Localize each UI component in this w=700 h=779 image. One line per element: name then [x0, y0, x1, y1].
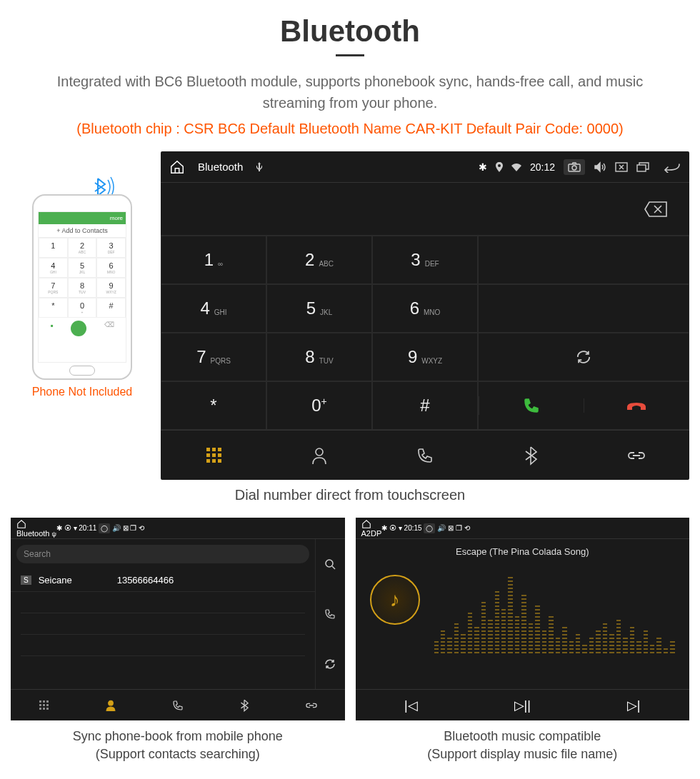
usb-icon — [256, 162, 263, 172]
hangup-icon — [626, 398, 647, 413]
wifi-icon: ▾ — [74, 524, 77, 532]
next-icon: ▷| — [627, 698, 641, 713]
dial-key-8[interactable]: 8TUV — [266, 333, 372, 381]
recent-apps-icon[interactable] — [636, 162, 649, 172]
dial-key-*[interactable]: * — [161, 381, 266, 430]
phone-key: # — [96, 298, 126, 318]
phone-video-icon: ▪ — [50, 321, 53, 336]
dial-key-2[interactable]: 2ABC — [266, 236, 372, 284]
volume-icon[interactable] — [594, 161, 606, 173]
bluetooth-icon — [524, 446, 537, 466]
phone-key: 6MNO — [96, 258, 126, 278]
call-side-button[interactable] — [316, 589, 345, 639]
phone-key: 3DEF — [96, 238, 126, 258]
home-icon[interactable] — [16, 519, 56, 529]
prev-track-button[interactable]: |◁ — [356, 690, 467, 720]
pairing-tab[interactable] — [584, 431, 689, 480]
empty-cell — [478, 284, 689, 333]
close-box-icon[interactable] — [615, 162, 628, 172]
play-pause-icon: ▷|| — [514, 698, 531, 713]
dial-key-4[interactable]: 4GHI — [161, 284, 266, 333]
back-icon[interactable] — [662, 161, 681, 173]
camera-icon[interactable]: ◯ — [99, 523, 110, 533]
wifi-icon — [511, 163, 521, 171]
phone-key: 4GHI — [39, 258, 68, 278]
title-underline — [336, 54, 364, 56]
backspace-icon[interactable] — [644, 201, 668, 218]
screen-title: A2DP — [361, 529, 382, 538]
next-track-button[interactable]: ▷| — [578, 690, 689, 720]
svg-point-4 — [316, 448, 323, 456]
clock-text: 20:15 — [404, 524, 422, 532]
call-history-tab[interactable] — [144, 690, 211, 720]
call-button[interactable] — [479, 396, 584, 415]
volume-icon[interactable]: 🔊 — [112, 524, 121, 532]
bluetooth-icon — [240, 699, 249, 712]
dial-key-#[interactable]: # — [372, 381, 478, 430]
play-pause-button[interactable]: ▷|| — [466, 690, 578, 720]
volume-icon[interactable]: 🔊 — [437, 524, 446, 532]
dial-key-7[interactable]: 7PQRS — [161, 333, 266, 381]
dial-key-3[interactable]: 3DEF — [372, 236, 478, 284]
close-box-icon[interactable]: ⊠ — [123, 524, 129, 532]
keypad-tab[interactable] — [161, 431, 266, 480]
person-icon — [311, 446, 328, 465]
camera-icon[interactable] — [564, 159, 585, 175]
dial-key-1[interactable]: 1∞ — [161, 236, 266, 284]
phonebook-caption: Sync phone-book from mobile phone(Suppor… — [11, 728, 345, 763]
contacts-tab[interactable] — [78, 690, 145, 720]
bluetooth-status-icon: ✱ — [479, 161, 487, 173]
phone-key: 1 — [39, 238, 68, 258]
phone-mockup: more + Add to Contacts 12ABC3DEF4GHI5JKL… — [32, 194, 132, 380]
prev-icon: |◁ — [404, 698, 418, 713]
sync-side-button[interactable] — [316, 639, 345, 689]
svg-point-5 — [326, 560, 333, 567]
search-side-button[interactable] — [316, 539, 345, 589]
search-input[interactable]: Search — [16, 545, 309, 563]
contact-badge: S — [21, 576, 31, 585]
album-art-icon: ♪ — [370, 575, 420, 625]
back-icon[interactable]: ⟲ — [139, 524, 144, 532]
song-title: Escape (The Pina Colada Song) — [363, 546, 683, 557]
recent-apps-icon[interactable]: ❐ — [456, 524, 462, 532]
screen-title: Bluetooth — [16, 529, 49, 538]
pairing-tab[interactable] — [278, 690, 345, 720]
dial-key-0[interactable]: 0+ — [266, 381, 372, 430]
bluetooth-tab[interactable] — [211, 690, 279, 720]
contacts-tab[interactable] — [266, 431, 372, 480]
music-caption: Bluetooth music compatible(Support displ… — [356, 728, 690, 763]
call-icon — [522, 396, 541, 415]
person-icon — [105, 699, 116, 712]
dial-key-9[interactable]: 9WXYZ — [372, 333, 478, 381]
dial-key-5[interactable]: 5JKL — [266, 284, 372, 333]
hangup-button[interactable] — [584, 398, 689, 413]
svg-point-6 — [109, 700, 114, 705]
home-icon[interactable] — [169, 159, 185, 175]
close-box-icon[interactable]: ⊠ — [448, 524, 454, 532]
link-icon — [305, 700, 318, 710]
search-icon — [324, 558, 336, 570]
svg-point-1 — [572, 166, 576, 170]
call-history-tab[interactable] — [372, 431, 478, 480]
dial-key-6[interactable]: 6MNO — [372, 284, 478, 333]
phone-icon — [416, 447, 434, 464]
contact-name: Seicane — [39, 575, 110, 585]
location-icon: ⦿ — [389, 524, 396, 532]
phone-column: more + Add to Contacts 12ABC3DEF4GHI5JKL… — [11, 151, 154, 398]
phone-key: 8TUV — [68, 278, 97, 298]
keypad-tab[interactable] — [11, 690, 78, 720]
main-dialer-device: Bluetooth ✱ 20:12 1∞ — [161, 151, 689, 480]
back-icon[interactable]: ⟲ — [464, 524, 470, 532]
home-icon[interactable] — [361, 519, 382, 529]
bluetooth-tab[interactable] — [478, 431, 584, 480]
phone-key: * — [39, 298, 68, 318]
location-icon — [496, 162, 503, 172]
phone-delete-icon: ⌫ — [104, 321, 114, 336]
camera-icon[interactable]: ◯ — [424, 523, 435, 533]
recent-apps-icon[interactable]: ❐ — [130, 524, 136, 532]
bluetooth-status-icon: ✱ — [381, 524, 387, 532]
contact-row[interactable]: S Seicane 13566664466 — [11, 569, 315, 592]
description-text: Integrated with BC6 Bluetooth module, su… — [11, 71, 689, 114]
sync-button[interactable] — [478, 333, 689, 381]
music-visualizer — [434, 568, 676, 653]
